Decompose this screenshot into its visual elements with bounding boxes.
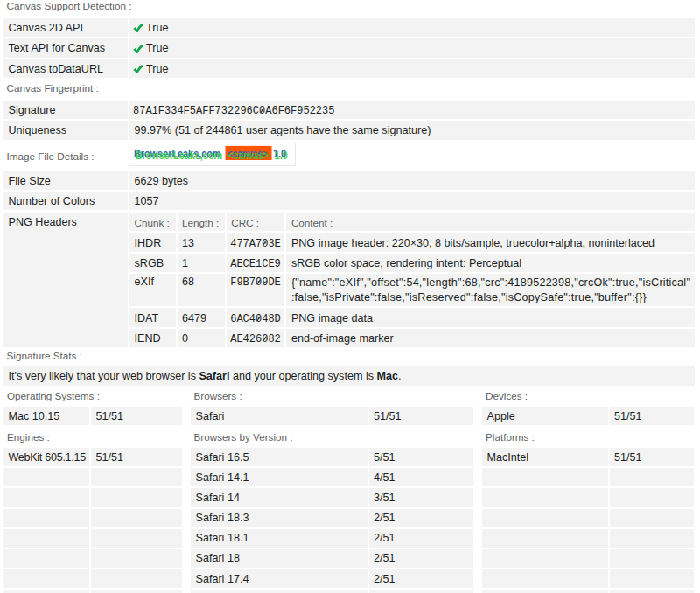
svg-text:<canvas>: <canvas> [228,149,269,162]
svg-text:1.0: 1.0 [274,149,287,162]
svg-text:BrowserLeaks,com: BrowserLeaks,com [135,149,222,162]
